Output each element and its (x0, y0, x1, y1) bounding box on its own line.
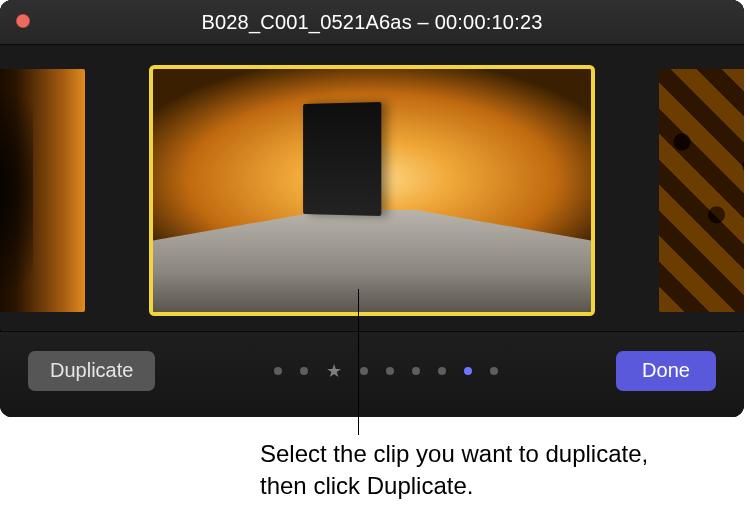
clip-thumbnail-image (0, 69, 85, 312)
window-title: B028_C001_0521A6as – 00:00:10:23 (0, 11, 744, 34)
controls-bar: Duplicate ★ Done (0, 331, 744, 417)
annotation-text: Select the clip you want to duplicate, t… (260, 438, 700, 503)
paging-dot[interactable] (360, 367, 368, 375)
favorite-star-icon[interactable]: ★ (326, 367, 342, 375)
paging-dot-active[interactable] (464, 367, 472, 375)
clip-thumbnail-image (153, 69, 591, 312)
paging-dot[interactable] (274, 367, 282, 375)
paging-dots: ★ (274, 367, 498, 375)
paging-dot[interactable] (438, 367, 446, 375)
paging-dot[interactable] (412, 367, 420, 375)
close-icon[interactable] (16, 14, 30, 28)
paging-dot[interactable] (386, 367, 394, 375)
paging-dot[interactable] (300, 367, 308, 375)
clip-filmstrip (0, 45, 744, 330)
done-button[interactable]: Done (616, 351, 716, 391)
titlebar[interactable]: B028_C001_0521A6as – 00:00:10:23 (0, 0, 744, 45)
clip-thumb-selected[interactable] (153, 69, 591, 312)
duplicate-button[interactable]: Duplicate (28, 351, 155, 391)
clip-thumb-next[interactable] (659, 69, 744, 312)
clip-thumbnail-image (659, 69, 744, 312)
paging-dot[interactable] (490, 367, 498, 375)
audition-window: B028_C001_0521A6as – 00:00:10:23 Duplica… (0, 0, 744, 417)
annotation-leader-line (358, 289, 359, 435)
clip-thumb-prev[interactable] (0, 69, 85, 312)
